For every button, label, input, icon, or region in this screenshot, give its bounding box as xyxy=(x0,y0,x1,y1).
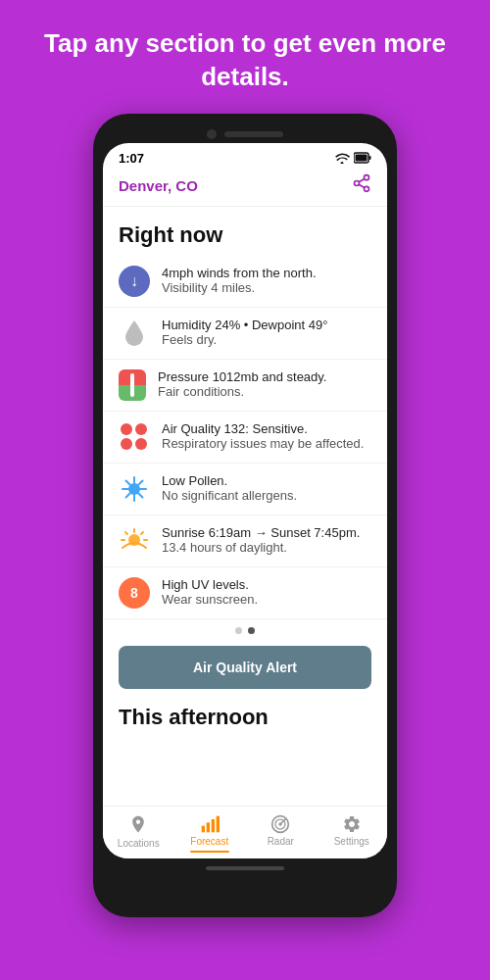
page-dots xyxy=(103,619,387,642)
wifi-icon xyxy=(334,152,350,164)
forecast-indicator xyxy=(190,851,229,853)
nav-item-locations[interactable]: Locations xyxy=(103,812,174,855)
svg-point-4 xyxy=(355,180,360,185)
nav-item-settings[interactable]: Settings xyxy=(317,812,388,855)
svg-line-16 xyxy=(126,493,130,497)
phone-speaker xyxy=(224,131,283,137)
svg-line-19 xyxy=(141,532,143,534)
svg-rect-2 xyxy=(356,155,368,162)
svg-line-7 xyxy=(359,178,365,181)
location-bar[interactable]: Denver, CO xyxy=(103,170,387,207)
air-quality-icon xyxy=(119,421,150,453)
svg-line-6 xyxy=(359,184,365,187)
air-quality-row[interactable]: Air Quality 132: Sensitive. Respiratory … xyxy=(103,412,387,464)
dot-1 xyxy=(235,627,242,634)
air-quality-alert-button[interactable]: Air Quality Alert xyxy=(119,646,371,689)
svg-point-3 xyxy=(365,174,369,179)
location-name: Denver, CO xyxy=(119,177,198,194)
locations-icon xyxy=(128,814,148,836)
home-bar xyxy=(206,866,284,870)
battery-icon xyxy=(354,152,371,164)
this-afternoon-title: This afternoon xyxy=(103,701,387,734)
pollen-text: Low Pollen. No significant allergens. xyxy=(162,473,371,503)
phone-frame: 1:07 Denver, CO xyxy=(93,114,397,917)
phone-camera xyxy=(207,129,217,139)
forecast-label: Forecast xyxy=(190,836,228,847)
svg-rect-25 xyxy=(211,819,214,832)
bottom-nav: Locations Forecast Rada xyxy=(103,806,387,858)
uv-icon: 8 xyxy=(119,577,150,609)
sunrise-row[interactable]: Sunrise 6:19am → Sunset 7:45pm. 13.4 hou… xyxy=(103,515,387,567)
svg-line-21 xyxy=(125,532,127,534)
svg-rect-1 xyxy=(369,156,371,160)
locations-label: Locations xyxy=(118,838,160,849)
svg-rect-23 xyxy=(201,825,204,832)
uv-row[interactable]: 8 High UV levels. Wear sunscreen. xyxy=(103,567,387,619)
svg-rect-24 xyxy=(206,822,209,832)
nav-item-forecast[interactable]: Forecast xyxy=(174,812,246,855)
sunrise-icon xyxy=(119,525,150,557)
svg-line-13 xyxy=(126,480,130,484)
svg-point-5 xyxy=(365,186,369,191)
status-bar: 1:07 xyxy=(103,143,387,170)
humidity-text: Humidity 24% • Dewpoint 49° Feels dry. xyxy=(162,318,371,347)
pressure-row[interactable]: Pressure 1012mb and steady. Fair conditi… xyxy=(103,360,387,412)
radar-label: Radar xyxy=(268,836,294,847)
air-quality-text: Air Quality 132: Sensitive. Respiratory … xyxy=(162,421,371,451)
svg-line-15 xyxy=(138,480,142,484)
pressure-icon xyxy=(119,369,146,401)
forecast-icon xyxy=(200,814,220,834)
dot-2 xyxy=(248,627,255,634)
svg-line-14 xyxy=(138,493,142,497)
pollen-row[interactable]: Low Pollen. No significant allergens. xyxy=(103,464,387,515)
home-bar-area xyxy=(103,858,387,874)
humidity-row[interactable]: Humidity 24% • Dewpoint 49° Feels dry. xyxy=(103,308,387,360)
nav-item-radar[interactable]: Radar xyxy=(245,812,317,855)
settings-label: Settings xyxy=(334,836,369,847)
headline: Tap any section to get even more details… xyxy=(0,0,490,114)
phone-screen: 1:07 Denver, CO xyxy=(103,143,387,858)
status-icons xyxy=(334,152,371,164)
wind-text: 4mph winds from the north. Visibility 4 … xyxy=(162,266,371,295)
wind-icon: ↓ xyxy=(119,266,150,297)
wind-row[interactable]: ↓ 4mph winds from the north. Visibility … xyxy=(103,256,387,308)
right-now-title: Right now xyxy=(103,219,387,256)
phone-notch xyxy=(103,123,387,143)
screen-content[interactable]: Right now ↓ 4mph winds from the north. V… xyxy=(103,207,387,806)
settings-icon xyxy=(342,814,362,834)
pressure-text: Pressure 1012mb and steady. Fair conditi… xyxy=(158,369,371,399)
radar-icon xyxy=(270,814,290,834)
uv-text: High UV levels. Wear sunscreen. xyxy=(162,577,371,607)
status-time: 1:07 xyxy=(119,151,144,166)
sunrise-text: Sunrise 6:19am → Sunset 7:45pm. 13.4 hou… xyxy=(162,525,371,555)
humidity-icon xyxy=(119,318,150,349)
share-icon[interactable] xyxy=(352,173,371,198)
pollen-icon xyxy=(119,473,150,505)
svg-rect-26 xyxy=(216,815,219,832)
